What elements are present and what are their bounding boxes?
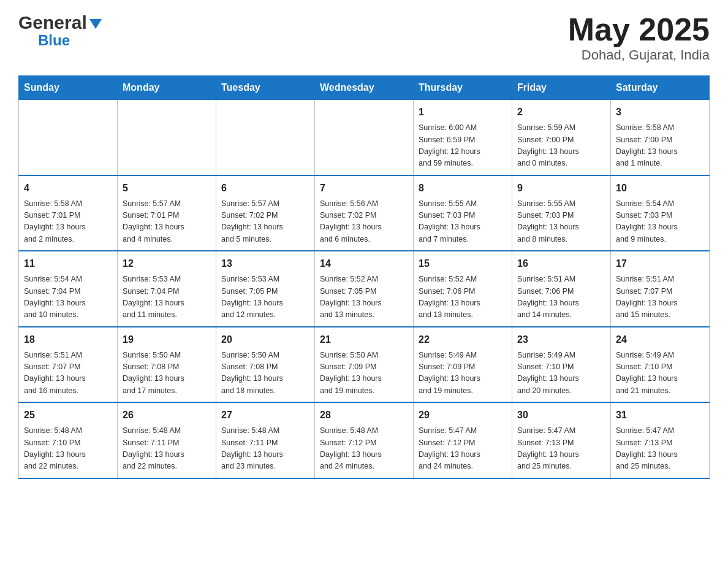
day-number: 5 xyxy=(123,181,211,196)
day-number: 3 xyxy=(616,105,704,120)
day-info: Sunrise: 5:57 AMSunset: 7:01 PMDaylight:… xyxy=(123,198,211,246)
day-info: Sunrise: 5:47 AMSunset: 7:13 PMDaylight:… xyxy=(517,425,605,473)
week-row-4: 18Sunrise: 5:51 AMSunset: 7:07 PMDayligh… xyxy=(19,327,710,403)
calendar-cell: 24Sunrise: 5:49 AMSunset: 7:10 PMDayligh… xyxy=(611,327,710,403)
calendar-cell: 29Sunrise: 5:47 AMSunset: 7:12 PMDayligh… xyxy=(414,402,512,478)
day-info: Sunrise: 5:59 AMSunset: 7:00 PMDaylight:… xyxy=(517,122,605,170)
day-number: 11 xyxy=(24,256,112,271)
day-number: 31 xyxy=(616,408,704,423)
column-header-sunday: Sunday xyxy=(19,76,118,100)
day-info: Sunrise: 5:49 AMSunset: 7:10 PMDaylight:… xyxy=(517,350,605,397)
calendar-cell: 18Sunrise: 5:51 AMSunset: 7:07 PMDayligh… xyxy=(19,327,118,403)
calendar-cell: 26Sunrise: 5:48 AMSunset: 7:11 PMDayligh… xyxy=(118,402,216,478)
calendar-cell: 2Sunrise: 5:59 AMSunset: 7:00 PMDaylight… xyxy=(512,100,611,175)
logo-blue-text: Blue xyxy=(38,32,70,49)
day-info: Sunrise: 5:52 AMSunset: 7:05 PMDaylight:… xyxy=(320,274,408,321)
day-number: 23 xyxy=(517,332,605,347)
calendar-cell xyxy=(216,100,315,175)
calendar-cell: 6Sunrise: 5:57 AMSunset: 7:02 PMDaylight… xyxy=(216,175,315,251)
day-number: 13 xyxy=(221,256,309,271)
day-number: 8 xyxy=(419,181,507,196)
day-info: Sunrise: 5:54 AMSunset: 7:03 PMDaylight:… xyxy=(616,198,704,246)
calendar-cell: 15Sunrise: 5:52 AMSunset: 7:06 PMDayligh… xyxy=(414,251,512,327)
day-number: 18 xyxy=(24,332,112,347)
day-number: 14 xyxy=(320,256,408,271)
week-row-1: 1Sunrise: 6:00 AMSunset: 6:59 PMDaylight… xyxy=(19,100,710,175)
day-info: Sunrise: 5:56 AMSunset: 7:02 PMDaylight:… xyxy=(320,198,408,246)
day-info: Sunrise: 5:58 AMSunset: 7:00 PMDaylight:… xyxy=(616,122,704,170)
calendar-cell: 28Sunrise: 5:48 AMSunset: 7:12 PMDayligh… xyxy=(315,402,414,478)
day-info: Sunrise: 5:57 AMSunset: 7:02 PMDaylight:… xyxy=(221,198,309,246)
calendar-cell: 3Sunrise: 5:58 AMSunset: 7:00 PMDaylight… xyxy=(611,100,710,175)
day-info: Sunrise: 5:47 AMSunset: 7:12 PMDaylight:… xyxy=(419,425,507,473)
day-number: 1 xyxy=(419,105,507,120)
day-info: Sunrise: 5:51 AMSunset: 7:07 PMDaylight:… xyxy=(616,274,704,321)
logo-general-text: General xyxy=(18,12,87,33)
calendar-cell: 5Sunrise: 5:57 AMSunset: 7:01 PMDaylight… xyxy=(118,175,216,251)
day-info: Sunrise: 5:49 AMSunset: 7:09 PMDaylight:… xyxy=(419,350,507,397)
calendar-cell: 31Sunrise: 5:47 AMSunset: 7:13 PMDayligh… xyxy=(611,402,710,478)
calendar-cell: 14Sunrise: 5:52 AMSunset: 7:05 PMDayligh… xyxy=(315,251,414,327)
day-number: 19 xyxy=(123,332,211,347)
calendar-cell xyxy=(19,100,118,175)
month-year-title: May 2025 xyxy=(568,12,710,47)
calendar-cell: 21Sunrise: 5:50 AMSunset: 7:09 PMDayligh… xyxy=(315,327,414,403)
day-number: 30 xyxy=(517,408,605,423)
calendar-cell: 7Sunrise: 5:56 AMSunset: 7:02 PMDaylight… xyxy=(315,175,414,251)
page-header: General Blue May 2025 Dohad, Gujarat, In… xyxy=(18,12,710,63)
calendar-cell: 22Sunrise: 5:49 AMSunset: 7:09 PMDayligh… xyxy=(414,327,512,403)
calendar-cell: 19Sunrise: 5:50 AMSunset: 7:08 PMDayligh… xyxy=(118,327,216,403)
day-info: Sunrise: 5:50 AMSunset: 7:08 PMDaylight:… xyxy=(221,350,309,397)
day-number: 20 xyxy=(221,332,309,347)
day-number: 15 xyxy=(419,256,507,271)
day-info: Sunrise: 5:48 AMSunset: 7:10 PMDaylight:… xyxy=(24,425,112,473)
column-header-friday: Friday xyxy=(512,76,611,100)
calendar-cell: 4Sunrise: 5:58 AMSunset: 7:01 PMDaylight… xyxy=(19,175,118,251)
calendar-cell: 20Sunrise: 5:50 AMSunset: 7:08 PMDayligh… xyxy=(216,327,315,403)
column-header-wednesday: Wednesday xyxy=(315,76,414,100)
day-info: Sunrise: 5:49 AMSunset: 7:10 PMDaylight:… xyxy=(616,350,704,397)
calendar-cell: 8Sunrise: 5:55 AMSunset: 7:03 PMDaylight… xyxy=(414,175,512,251)
day-info: Sunrise: 5:50 AMSunset: 7:08 PMDaylight:… xyxy=(123,350,211,397)
day-info: Sunrise: 5:51 AMSunset: 7:06 PMDaylight:… xyxy=(517,274,605,321)
calendar-cell: 1Sunrise: 6:00 AMSunset: 6:59 PMDaylight… xyxy=(414,100,512,175)
day-info: Sunrise: 5:48 AMSunset: 7:11 PMDaylight:… xyxy=(123,425,211,473)
day-info: Sunrise: 5:54 AMSunset: 7:04 PMDaylight:… xyxy=(24,274,112,321)
day-info: Sunrise: 5:53 AMSunset: 7:04 PMDaylight:… xyxy=(123,274,211,321)
title-section: May 2025 Dohad, Gujarat, India xyxy=(568,12,710,63)
calendar-cell: 13Sunrise: 5:53 AMSunset: 7:05 PMDayligh… xyxy=(216,251,315,327)
location-subtitle: Dohad, Gujarat, India xyxy=(568,47,710,63)
day-number: 26 xyxy=(123,408,211,423)
day-info: Sunrise: 6:00 AMSunset: 6:59 PMDaylight:… xyxy=(419,122,507,170)
column-header-monday: Monday xyxy=(118,76,216,100)
logo-triangle-icon xyxy=(89,19,102,29)
calendar-cell: 23Sunrise: 5:49 AMSunset: 7:10 PMDayligh… xyxy=(512,327,611,403)
day-number: 2 xyxy=(517,105,605,120)
day-number: 28 xyxy=(320,408,408,423)
day-info: Sunrise: 5:48 AMSunset: 7:11 PMDaylight:… xyxy=(221,425,309,473)
calendar-cell: 16Sunrise: 5:51 AMSunset: 7:06 PMDayligh… xyxy=(512,251,611,327)
day-number: 12 xyxy=(123,256,211,271)
day-number: 6 xyxy=(221,181,309,196)
column-header-saturday: Saturday xyxy=(611,76,710,100)
day-info: Sunrise: 5:50 AMSunset: 7:09 PMDaylight:… xyxy=(320,350,408,397)
calendar-cell: 10Sunrise: 5:54 AMSunset: 7:03 PMDayligh… xyxy=(611,175,710,251)
calendar-cell: 30Sunrise: 5:47 AMSunset: 7:13 PMDayligh… xyxy=(512,402,611,478)
day-number: 22 xyxy=(419,332,507,347)
logo: General Blue xyxy=(18,12,102,49)
week-row-3: 11Sunrise: 5:54 AMSunset: 7:04 PMDayligh… xyxy=(19,251,710,327)
day-number: 16 xyxy=(517,256,605,271)
calendar-cell xyxy=(315,100,414,175)
day-info: Sunrise: 5:51 AMSunset: 7:07 PMDaylight:… xyxy=(24,350,112,397)
calendar-cell xyxy=(118,100,216,175)
day-info: Sunrise: 5:53 AMSunset: 7:05 PMDaylight:… xyxy=(221,274,309,321)
calendar-header-row: SundayMondayTuesdayWednesdayThursdayFrid… xyxy=(19,76,710,100)
day-number: 24 xyxy=(616,332,704,347)
calendar-cell: 17Sunrise: 5:51 AMSunset: 7:07 PMDayligh… xyxy=(611,251,710,327)
day-number: 4 xyxy=(24,181,112,196)
calendar-table: SundayMondayTuesdayWednesdayThursdayFrid… xyxy=(18,75,710,479)
calendar-cell: 25Sunrise: 5:48 AMSunset: 7:10 PMDayligh… xyxy=(19,402,118,478)
day-info: Sunrise: 5:52 AMSunset: 7:06 PMDaylight:… xyxy=(419,274,507,321)
day-info: Sunrise: 5:58 AMSunset: 7:01 PMDaylight:… xyxy=(24,198,112,246)
week-row-2: 4Sunrise: 5:58 AMSunset: 7:01 PMDaylight… xyxy=(19,175,710,251)
